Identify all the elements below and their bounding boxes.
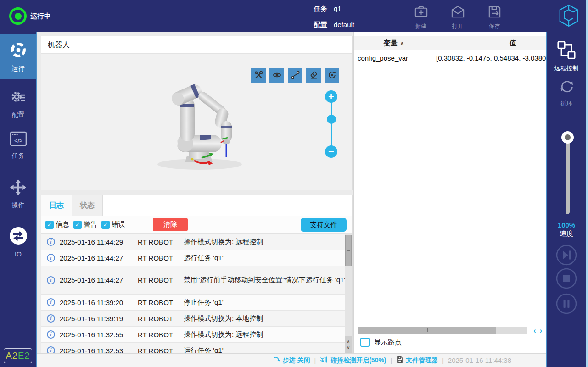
step-mode-toggle[interactable]: 步进 关闭 [273, 356, 310, 365]
log-message: 操作模式切换为: 远程控制 [184, 330, 346, 339]
sidebar-item-label: 配置 [12, 111, 25, 119]
log-row[interactable]: i 2025-01-16 11:32:55 RT ROBOT 操作模式切换为: … [41, 327, 346, 343]
log-row[interactable]: i 2025-01-16 11:39:19 RT ROBOT 操作模式切换为: … [41, 311, 346, 327]
filter-info-checkbox[interactable]: ✓ 信息 [45, 220, 69, 229]
sidebar-item-label: 任务 [12, 152, 25, 160]
task-value: q1 [334, 5, 342, 12]
save-button[interactable]: 保存 [480, 4, 509, 30]
filter-info-label: 信息 [56, 220, 69, 229]
task-label: 任务 [314, 5, 327, 12]
variable-value: [0.30832, -0.1475, 0.54834, -3.03803, [434, 54, 547, 62]
loop-button[interactable]: 循环 [547, 78, 586, 108]
clear-log-button[interactable]: 清除 [153, 218, 188, 231]
filter-error-checkbox[interactable]: ✓ 错误 [101, 220, 125, 229]
skip-icon [556, 245, 577, 266]
new-button-label: 新建 [415, 22, 426, 30]
log-source: RT ROBOT [138, 331, 179, 339]
move-arrows-icon [10, 179, 27, 198]
variable-column-label: 变量 [384, 39, 398, 48]
sidebar-item-io[interactable]: IO [0, 227, 36, 258]
variables-panel: 变量 ∧ 值 config_pose_var [0.30832, -0.1475… [353, 32, 546, 353]
zoom-slider-knob[interactable] [327, 115, 336, 124]
log-message: 禁用"运行前手动移动到安全位置"情况下运行任务 'q1'. [184, 276, 346, 284]
tools-icon [254, 71, 263, 81]
open-button[interactable]: 打开 [443, 4, 472, 30]
pause-icon [556, 293, 577, 314]
eraser-button[interactable] [306, 68, 321, 83]
log-source: RT ROBOT [138, 315, 179, 323]
log-row[interactable]: i 2025-01-16 11:39:20 RT ROBOT 停止任务 'q1' [41, 295, 346, 311]
check-icon: ✓ [101, 221, 110, 229]
rotate-view-button[interactable] [325, 68, 339, 83]
step-forward-button[interactable] [556, 245, 577, 266]
variable-row[interactable]: config_pose_var [0.30832, -0.1475, 0.548… [354, 50, 547, 65]
sidebar-item-operate[interactable]: 操作 [0, 179, 36, 210]
remote-control-button[interactable]: 远程控制 [547, 40, 586, 72]
new-button[interactable]: 新建 [407, 4, 435, 30]
tab-log[interactable]: 日志 [41, 195, 72, 216]
log-source: RT ROBOT [138, 238, 179, 246]
stop-button[interactable] [556, 268, 577, 289]
version-badge-left: A2 [6, 350, 18, 361]
open-file-icon [450, 4, 465, 21]
log-row[interactable]: i 2025-01-16 11:32:53 RT ROBOT 运行任务 'q1' [41, 343, 346, 353]
zoom-in-button[interactable]: + [325, 90, 337, 103]
info-icon: i [47, 330, 55, 339]
speed-slider-track[interactable] [566, 138, 570, 214]
info-icon: i [47, 254, 55, 262]
tools-button[interactable] [251, 68, 266, 83]
info-icon: i [47, 346, 55, 353]
log-source: RT ROBOT [138, 347, 179, 353]
log-message: 运行任务 'q1' [184, 254, 346, 262]
run-status-label: 运行中 [30, 0, 51, 32]
speed-slider-knob[interactable] [561, 131, 574, 144]
scroll-left-icon[interactable]: ‹ [533, 327, 536, 335]
value-column-header: 值 [434, 36, 547, 50]
show-waypoints-checkbox[interactable]: 显示路点 [360, 338, 402, 347]
visibility-button[interactable] [269, 68, 284, 83]
io-arrows-icon [9, 227, 28, 247]
scroll-down-icon[interactable]: ∨ [347, 345, 350, 350]
brand-logo-icon [558, 4, 579, 29]
variable-column-header[interactable]: 变量 ∧ [354, 36, 434, 50]
main-content: 机器人 [37, 32, 353, 353]
log-time: 2025-01-16 11:44:27 [60, 254, 133, 262]
zoom-out-button[interactable]: − [325, 145, 337, 158]
collision-icon [320, 356, 328, 365]
robot-3d-viewport[interactable]: + − [41, 54, 352, 190]
sidebar-item-config[interactable]: 配置 [0, 88, 36, 119]
hscroll-track[interactable] [358, 327, 527, 334]
file-manager-label: 文件管理器 [406, 356, 438, 365]
path-button[interactable] [288, 68, 302, 83]
separator: | [314, 357, 316, 364]
log-scrollbar[interactable]: ∧ ∨ [345, 234, 352, 353]
file-manager-button[interactable]: 文件管理器 [396, 356, 438, 365]
checkbox-unchecked-icon [360, 338, 370, 347]
filter-warning-checkbox[interactable]: ✓ 警告 [73, 220, 97, 229]
sidebar-item-run[interactable]: 运行 [0, 34, 36, 79]
step-mode-label: 步进 关闭 [283, 356, 310, 365]
log-message: 操作模式切换为: 远程控制 [184, 238, 346, 246]
hscroll-thumb[interactable] [358, 327, 496, 334]
task-row: 任务q1 [314, 5, 342, 13]
window-scroll-strip[interactable] [586, 0, 588, 367]
sidebar-item-task[interactable]: </> 任务 [0, 131, 36, 160]
scroll-right-icon[interactable]: › [540, 327, 542, 335]
log-row[interactable]: i 2025-01-16 11:44:27 RT ROBOT 运行任务 'q1' [41, 250, 346, 266]
scroll-up-icon[interactable]: ∧ [347, 339, 350, 344]
show-waypoints-label: 显示路点 [374, 338, 402, 347]
speed-label: 速度 [547, 229, 586, 238]
zoom-widget: + − [325, 90, 338, 160]
separator: | [391, 357, 392, 364]
pause-button[interactable] [556, 293, 577, 314]
tab-status[interactable]: 状态 [72, 195, 103, 216]
support-files-button[interactable]: 支持文件 [301, 218, 347, 232]
log-message: 操作模式切换为: 本地控制 [184, 314, 346, 323]
collision-detection-toggle[interactable]: 碰撞检测开启(50%) [320, 356, 386, 365]
log-time: 2025-01-16 11:44:27 [60, 276, 133, 284]
log-source: RT ROBOT [138, 299, 179, 306]
log-row[interactable]: i 2025-01-16 11:44:27 RT ROBOT 禁用"运行前手动移… [41, 266, 346, 295]
log-scrollbar-thumb[interactable] [345, 235, 352, 266]
log-row[interactable]: i 2025-01-16 11:44:29 RT ROBOT 操作模式切换为: … [41, 234, 346, 250]
save-button-label: 保存 [489, 22, 500, 30]
